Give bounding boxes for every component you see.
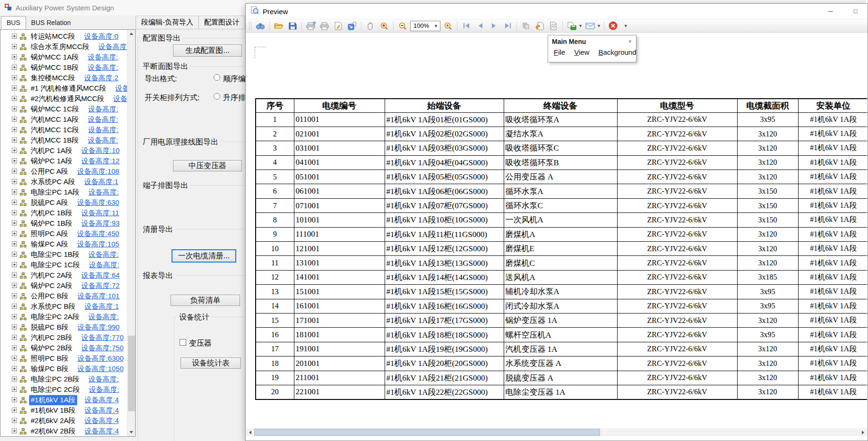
tree-item[interactable]: + 锅炉MCC 1C段 设备高度: (0, 104, 127, 114)
email-dropdown-icon[interactable]: ▼ (597, 24, 601, 28)
device-height-link[interactable]: 设备高度:2 (84, 74, 119, 83)
expand-plus-icon[interactable]: + (12, 34, 17, 39)
tree-item[interactable]: + #1机6kV 1B段 设备高度:4 (0, 405, 127, 416)
tree-item-label[interactable]: 照明PC B段 (29, 354, 70, 364)
export-icon[interactable] (566, 20, 578, 32)
primary-cable-list-button[interactable]: 一次电缆清册... (172, 249, 236, 263)
menu-item-file[interactable]: File (554, 48, 565, 56)
tree-item[interactable]: + #2机6kV 2A段 设备高度:4 (0, 416, 127, 426)
expand-plus-icon[interactable]: + (12, 252, 17, 257)
expand-plus-icon[interactable]: + (12, 54, 17, 59)
tree-item[interactable]: + 电除尘PC 1C段 设备高度: (0, 260, 127, 270)
expand-plus-icon[interactable]: + (12, 179, 17, 184)
tree-item[interactable]: + #1机6kV 1A段 设备高度:4 (0, 395, 127, 405)
tree-item[interactable]: + 汽机MCC 1C段 设备高度: (0, 125, 127, 135)
tree-item[interactable]: + 汽机PC 2A段 设备高度:64 (0, 270, 127, 280)
device-height-link[interactable]: 设备高度: (88, 313, 119, 322)
tree-item-label[interactable]: 汽机MCC 1B段 (29, 136, 80, 145)
device-height-link[interactable]: 设备高度:630 (77, 198, 119, 207)
tree-item-label[interactable]: 水系统PC B段 (29, 302, 77, 312)
expand-plus-icon[interactable]: + (12, 407, 17, 413)
tree-item-label[interactable]: #1机6kV 1B段 (29, 406, 77, 416)
expand-plus-icon[interactable]: + (12, 96, 17, 101)
tree-item-label[interactable]: 输煤PC B段 (29, 364, 70, 374)
tree-item[interactable]: + 脱硫PC B段 设备高度:990 (0, 322, 127, 332)
tree-scrollbar-thumb[interactable] (128, 336, 135, 411)
transformer-checkbox[interactable] (180, 339, 186, 346)
device-height-link[interactable]: 设备高度:12 (81, 157, 120, 166)
tree-item-label[interactable]: 汽机PC 2B段 (29, 333, 74, 343)
minimize-button[interactable]: ─ (820, 4, 841, 18)
tree-item[interactable]: + 汽机PC 1A段 设备高度:10 (0, 145, 127, 156)
tree-item[interactable]: + 汽机MCC 1A段 设备高度: (0, 114, 127, 125)
page-setup-icon[interactable] (332, 20, 344, 32)
tree-item-label[interactable]: 综合水泵房MCC段 (29, 42, 91, 52)
expand-plus-icon[interactable]: + (12, 356, 17, 361)
tree-item[interactable]: + 水系统PC A段 设备高度:1 (0, 177, 127, 187)
main-menu-header[interactable]: Main Menu ▼ (548, 35, 636, 46)
hand-tool-icon[interactable] (364, 20, 377, 32)
expand-plus-icon[interactable]: + (12, 158, 17, 163)
expand-plus-icon[interactable]: + (12, 324, 17, 330)
tree-item[interactable]: + 锅炉PC 2A段 设备高度:72 (0, 280, 127, 291)
export-dropdown-icon[interactable]: ▼ (578, 24, 583, 28)
tab-bus-relation[interactable]: BUS Relation (26, 17, 76, 29)
expand-plus-icon[interactable]: + (12, 200, 17, 205)
shrink-to-fit-icon[interactable] (346, 20, 358, 32)
expand-plus-icon[interactable]: + (12, 293, 17, 298)
expand-plus-icon[interactable]: + (12, 189, 17, 195)
tree-item-label[interactable]: 集控楼MCC段 (29, 73, 77, 83)
expand-plus-icon[interactable]: + (12, 75, 17, 80)
load-list-button[interactable]: 负荷清单 (171, 295, 240, 306)
tree-item-label[interactable]: 汽机PC 2A段 (29, 271, 74, 280)
expand-plus-icon[interactable]: + (12, 283, 17, 288)
device-height-link[interactable]: 设备高度:750 (81, 344, 123, 353)
tree-item-label[interactable]: 汽机PC 1A段 (29, 146, 74, 156)
device-height-link[interactable]: 设备高度: (88, 250, 119, 259)
close-icon[interactable] (607, 20, 619, 32)
expand-plus-icon[interactable]: + (12, 220, 17, 226)
expand-plus-icon[interactable]: + (12, 210, 17, 215)
expand-plus-icon[interactable]: + (12, 428, 17, 433)
tree-item[interactable]: + 公用PC B段 设备高度:101 (0, 291, 127, 301)
tree-item[interactable]: + 输煤PC B段 设备高度:1050 (0, 364, 127, 374)
tree-item[interactable]: + #2汽机检修通风MCC段 设备高度: (0, 93, 127, 104)
tab-bus[interactable]: BUS (1, 16, 26, 29)
preview-scrollbar-thumb[interactable] (254, 429, 600, 436)
expand-plus-icon[interactable]: + (12, 376, 17, 382)
device-height-link[interactable]: 设备高度: (88, 126, 119, 135)
device-height-link[interactable]: 设备高度: (88, 63, 118, 72)
tree-item[interactable]: + 集控楼MCC段 设备高度:2 (0, 73, 127, 83)
expand-plus-icon[interactable]: + (12, 272, 17, 278)
sequence-number-radio[interactable] (214, 74, 220, 81)
last-page-icon[interactable] (501, 20, 514, 32)
tree-item[interactable]: + 汽机PC 2B段 设备高度:770 (0, 332, 127, 343)
open-icon[interactable] (273, 20, 285, 32)
tree-item-label[interactable]: 公用PC B段 (29, 291, 70, 301)
device-height-link[interactable]: 设备高度:4 (85, 406, 119, 415)
tree-item-label[interactable]: 脱硫PC B段 (29, 322, 70, 332)
menu-item-view[interactable]: View (574, 48, 589, 56)
device-height-link[interactable]: 设备高度:11 (81, 209, 119, 218)
device-height-link[interactable]: 设备高度: (88, 375, 119, 384)
tree-item[interactable]: + #1 汽机检修通风MCC段 设备高度: (0, 83, 127, 93)
device-statistics-button[interactable]: 设备统计表 (180, 357, 241, 369)
expand-plus-icon[interactable]: + (12, 314, 17, 319)
tree-item[interactable]: + 照明PC B段 设备高度:6300 (0, 353, 127, 364)
expand-plus-icon[interactable]: + (12, 137, 17, 143)
first-page-icon[interactable] (460, 20, 473, 32)
device-height-link[interactable]: 设备高度:1 (84, 178, 119, 187)
tree-item[interactable]: + 综合水泵房MCC段 设备高度: (0, 42, 127, 52)
toolbar-overflow-icon[interactable]: ▼ (624, 24, 628, 28)
ascending-order-radio[interactable] (214, 93, 220, 100)
device-height-link[interactable]: 设备高度:0 (84, 32, 119, 41)
tree-item[interactable]: + 转运站MCC段 设备高度:0 (0, 31, 127, 42)
device-height-link[interactable]: 设备高度: (88, 136, 118, 145)
scroll-down-icon[interactable] (128, 428, 135, 436)
tree-item-label[interactable]: 输煤PC A段 (29, 239, 69, 249)
tree-item-label[interactable]: 锅炉PC 1A段 (29, 156, 74, 166)
scroll-up-icon[interactable] (128, 30, 135, 38)
device-height-link[interactable]: 设备高度:4 (85, 416, 119, 425)
device-height-link[interactable]: 设备高度:450 (77, 229, 119, 238)
next-page-icon[interactable] (488, 20, 500, 32)
